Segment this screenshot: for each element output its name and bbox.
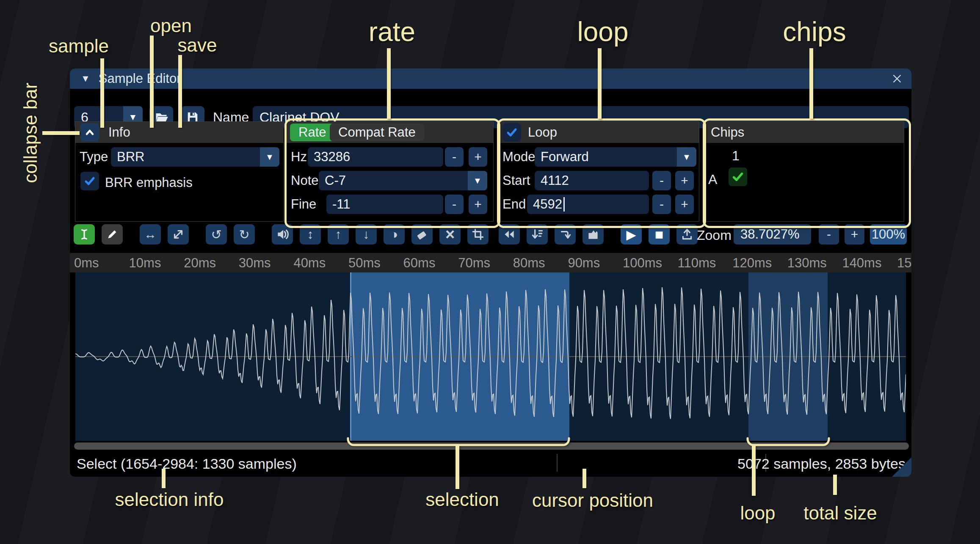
loop-bracket [746, 438, 831, 497]
ruler-tick-label: 50ms [348, 256, 381, 271]
ruler-tick-label: 130ms [787, 256, 827, 271]
toolbar-button-resize[interactable]: ↔ [140, 224, 161, 245]
arrows-diagonal-icon [171, 227, 185, 242]
annotation-selection-info: selection info [115, 489, 224, 510]
sample-pointer-line [100, 58, 104, 128]
ruler-tick-label: 30ms [239, 256, 271, 271]
toolbar-button-undo[interactable]: ↺ [206, 224, 227, 245]
annotation-save: save [178, 35, 217, 56]
arrow-turn-down-icon [558, 227, 572, 242]
annotation-collapse-bar: collapse bar [20, 82, 41, 183]
ruler-tick-label: 0ms [74, 256, 99, 271]
ruler-tick-label: 40ms [293, 256, 326, 271]
wave-block-icon [586, 227, 600, 242]
ruler-tick-label: 90ms [568, 256, 600, 271]
ruler-tick-label: 80ms [513, 256, 545, 271]
eraser-icon [415, 227, 429, 242]
screen: ▼ Sample Editor 6 ▼ [0, 0, 980, 544]
chips-pointer-line [809, 48, 813, 119]
rate-highlight-box [284, 118, 500, 228]
ruler-tick-label: 20ms [184, 256, 216, 271]
zoom-label: Zoom [697, 228, 732, 243]
chevron-down-icon[interactable]: ▼ [260, 147, 279, 167]
cursor-position-pointer-line [582, 469, 586, 488]
ruler-tick-label: 60ms [403, 256, 436, 271]
type-selector[interactable]: BRR ▼ [111, 147, 279, 167]
title-bar[interactable]: ▼ Sample Editor [70, 69, 911, 89]
chips-highlight-box [703, 118, 911, 228]
info-panel-title: Info [108, 125, 130, 140]
annotation-total-size: total size [803, 503, 877, 524]
waveform-display[interactable] [75, 272, 906, 441]
save-pointer-line [178, 55, 182, 128]
annotation-open: open [150, 15, 192, 36]
selection-bracket [346, 438, 571, 491]
collapse-info-button[interactable] [80, 123, 99, 142]
loop-pointer-line [598, 48, 602, 119]
ruler-tick-label: 120ms [732, 256, 772, 271]
rate-pointer-line [387, 48, 391, 119]
toolbar-button-edit-select[interactable] [74, 224, 95, 245]
window-collapse-icon[interactable]: ▼ [81, 73, 90, 84]
ruler-tick-label: 110ms [678, 256, 716, 271]
resize-grip[interactable] [892, 457, 911, 477]
chevron-up-icon [83, 126, 97, 139]
arrow-down-lines-icon [530, 227, 544, 242]
pencil-icon [105, 227, 119, 242]
toolbar-button-resample[interactable] [168, 224, 189, 245]
toolbar-button-edit-draw[interactable] [102, 224, 123, 245]
ruler-tick-label: 100ms [623, 256, 662, 271]
annotation-loop: loop [577, 16, 629, 47]
ruler-tick-label: 150ms [897, 256, 911, 271]
check-icon [83, 174, 97, 188]
speaker-icon [275, 227, 290, 242]
annotation-selection: selection [425, 489, 499, 510]
type-label: Type [80, 149, 108, 165]
info-panel: Info Type BRR ▼ BRR emphasis [75, 121, 284, 222]
open-pointer-line [150, 36, 154, 128]
total-size-pointer-line [833, 475, 837, 495]
loop-highlight-box [497, 118, 706, 228]
toolbar-button-redo[interactable]: ↻ [234, 224, 255, 245]
selection-info-text: Select (1654-2984: 1330 samples) [77, 456, 297, 472]
ruler-tick-label: 140ms [842, 256, 881, 271]
annotation-rate: rate [369, 16, 415, 47]
brr-emphasis-checkbox[interactable] [80, 172, 99, 190]
upload-icon [680, 227, 694, 242]
close-icon [890, 71, 904, 86]
double-arrow-left-icon [502, 227, 516, 242]
ibeam-icon [77, 227, 91, 242]
crop-icon [471, 227, 485, 242]
annotation-loop-region: loop [740, 503, 775, 524]
annotation-cursor-position: cursor position [532, 490, 653, 511]
close-button[interactable] [889, 71, 905, 86]
waveform-trace [75, 272, 906, 441]
time-ruler[interactable]: 0ms10ms20ms30ms40ms50ms60ms70ms80ms90ms1… [70, 253, 911, 272]
brr-emphasis-label: BRR emphasis [105, 175, 193, 190]
window-title: Sample Editor [99, 71, 181, 86]
type-value: BRR [111, 147, 260, 167]
ruler-tick-label: 10ms [129, 256, 161, 271]
collapse-bar-pointer-line [42, 131, 80, 135]
selection-info-pointer-line [162, 469, 166, 488]
annotation-chips: chips [783, 16, 846, 47]
ruler-tick-label: 70ms [458, 256, 490, 271]
annotation-sample: sample [49, 36, 109, 57]
